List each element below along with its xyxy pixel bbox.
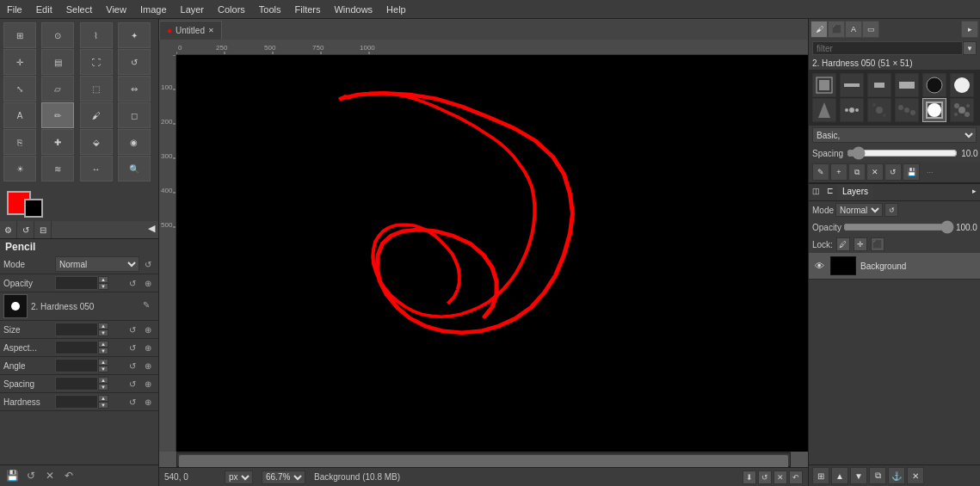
hardness-extra-icon[interactable]: ⊕ (141, 395, 155, 409)
tool-ellipse-select[interactable]: ⊙ (41, 22, 74, 48)
menu-filters[interactable]: Filters (288, 3, 328, 16)
canvas-viewport[interactable]: 0 250 500 750 1000 100 (159, 40, 808, 467)
opacity-up[interactable]: ▲ (98, 276, 108, 283)
menu-view[interactable]: View (99, 3, 133, 16)
brush-cell-2[interactable] (867, 73, 891, 97)
tool-text[interactable]: A (3, 102, 36, 128)
angle-input[interactable]: 0.00 (55, 359, 98, 372)
mode-select[interactable]: Normal (55, 256, 139, 272)
bpt-duplicate[interactable]: ⧉ (848, 163, 866, 181)
hardness-input[interactable]: 50.0 (55, 395, 98, 409)
bpt-delete[interactable]: ✕ (866, 163, 884, 181)
bpt-refresh[interactable]: ↺ (884, 163, 902, 181)
lf-duplicate-layer[interactable]: ⧉ (869, 467, 886, 484)
size-input[interactable]: 7.00 (55, 323, 98, 336)
tool-flip[interactable]: ⇔ (118, 76, 151, 102)
brush-cell-10[interactable] (922, 98, 946, 122)
tool-align[interactable]: ▤ (41, 49, 74, 75)
brush-cell-0[interactable] (812, 73, 836, 97)
toolbox-delete-icon[interactable]: ✕ (43, 469, 57, 483)
lf-anchor-layer[interactable]: ⚓ (888, 467, 905, 484)
angle-extra-icon[interactable]: ⊕ (141, 359, 155, 372)
layers-tab-layers[interactable]: Layers (837, 184, 873, 200)
size-reset-icon[interactable]: ↺ (126, 323, 139, 336)
layer-item-background[interactable]: 👁 Background (809, 253, 980, 280)
bp-panel-expand[interactable]: ▸ (961, 21, 978, 38)
layers-mode-select[interactable]: Normal (835, 203, 883, 217)
size-up[interactable]: ▲ (98, 323, 108, 329)
menu-windows[interactable]: Windows (327, 3, 379, 16)
tool-eraser[interactable]: ◻ (118, 102, 151, 128)
aspect-down[interactable]: ▼ (98, 348, 108, 354)
toolbox-reset-icon[interactable]: ↺ (24, 469, 38, 483)
layers-opacity-slider[interactable] (843, 220, 954, 234)
menu-edit[interactable]: Edit (29, 3, 59, 16)
lock-pixels-icon[interactable]: 🖊 (836, 237, 850, 251)
tool-rect-select[interactable]: ⊞ (3, 22, 36, 48)
lf-raise-layer[interactable]: ▲ (831, 467, 848, 484)
tool-zoom[interactable]: 🔍 (118, 156, 151, 181)
aspect-reset-icon[interactable]: ↺ (126, 341, 139, 354)
menu-layer[interactable]: Layer (174, 3, 212, 16)
layers-tab-icon-paths[interactable]: ⊏ (823, 184, 837, 200)
status-icon-2[interactable]: ↺ (758, 471, 772, 484)
brush-spacing-slider[interactable] (847, 146, 958, 160)
tool-perspective[interactable]: ⬚ (80, 76, 113, 102)
unit-select[interactable]: px (225, 471, 253, 484)
menu-tools[interactable]: Tools (252, 3, 288, 16)
spacing-input[interactable]: 10.0 (55, 377, 98, 391)
toolbox-undo-icon[interactable]: ↶ (62, 469, 76, 483)
status-icon-4[interactable]: ↶ (789, 471, 803, 484)
brush-cell-9[interactable] (895, 98, 919, 122)
tool-move[interactable]: ✛ (3, 49, 36, 75)
opacity-input[interactable]: 100.0 (55, 276, 98, 290)
tool-options-tab-save[interactable]: ⊟ (34, 221, 52, 238)
tool-shear[interactable]: ▱ (41, 76, 74, 102)
tool-rotate[interactable]: ↺ (118, 49, 151, 75)
tool-free-select[interactable]: ⌇ (80, 22, 113, 48)
tool-measure[interactable]: ↔ (80, 156, 113, 181)
mode-reset-icon[interactable]: ↺ (141, 257, 155, 271)
brush-cell-1[interactable] (840, 73, 864, 97)
hardness-reset-icon[interactable]: ↺ (126, 395, 139, 409)
bp-icon-fonts[interactable]: A (845, 21, 862, 38)
tool-heal[interactable]: ✚ (41, 129, 74, 155)
background-color[interactable] (24, 199, 43, 218)
layer-eye-icon[interactable]: 👁 (812, 259, 826, 273)
size-extra-icon[interactable]: ⊕ (141, 323, 155, 336)
brush-cell-4[interactable] (922, 73, 946, 97)
tool-crop[interactable]: ⛶ (80, 49, 113, 75)
bp-icon-brushes[interactable]: 🖌 (811, 21, 828, 38)
bpt-edit[interactable]: ✎ (812, 163, 829, 181)
aspect-input[interactable]: 0.00 (55, 341, 98, 354)
spacing-extra-icon[interactable]: ⊕ (141, 377, 155, 391)
bp-icon-gradients[interactable]: ▭ (862, 21, 879, 38)
tool-smudge[interactable]: ≋ (41, 156, 74, 181)
status-icon-3[interactable]: ✕ (774, 471, 787, 484)
bp-icon-patterns[interactable]: ⬛ (828, 21, 845, 38)
menu-help[interactable]: Help (379, 3, 413, 16)
menu-file[interactable]: File (0, 3, 29, 16)
brush-edit-icon[interactable]: ✎ (143, 300, 155, 312)
lock-position-icon[interactable]: ✛ (854, 237, 867, 251)
layers-mode-extra[interactable]: ↺ (884, 203, 898, 217)
opacity-reset-icon[interactable]: ↺ (126, 276, 139, 290)
angle-reset-icon[interactable]: ↺ (126, 359, 139, 372)
tool-options-tab-main[interactable]: ⚙ (0, 221, 17, 238)
canvas-tab-0[interactable]: ● Untitled ✕ (159, 21, 222, 40)
brush-category-select[interactable]: Basic, (812, 127, 977, 143)
brush-cell-7[interactable] (840, 98, 864, 122)
spacing-up[interactable]: ▲ (98, 377, 108, 384)
opacity-down[interactable]: ▼ (98, 283, 108, 290)
tool-clone[interactable]: ⎘ (3, 129, 36, 155)
filter-input[interactable] (812, 41, 963, 55)
tool-fuzzy-select[interactable]: ✦ (118, 22, 151, 48)
spacing-down[interactable]: ▼ (98, 384, 108, 391)
opacity-extra-icon[interactable]: ⊕ (141, 276, 155, 290)
aspect-up[interactable]: ▲ (98, 341, 108, 348)
angle-up[interactable]: ▲ (98, 359, 108, 366)
bpt-save[interactable]: 💾 (903, 163, 920, 181)
tool-options-expand[interactable]: ◀ (145, 221, 158, 235)
spacing-reset-icon[interactable]: ↺ (126, 377, 139, 391)
filter-dropdown[interactable]: ▼ (963, 41, 977, 55)
